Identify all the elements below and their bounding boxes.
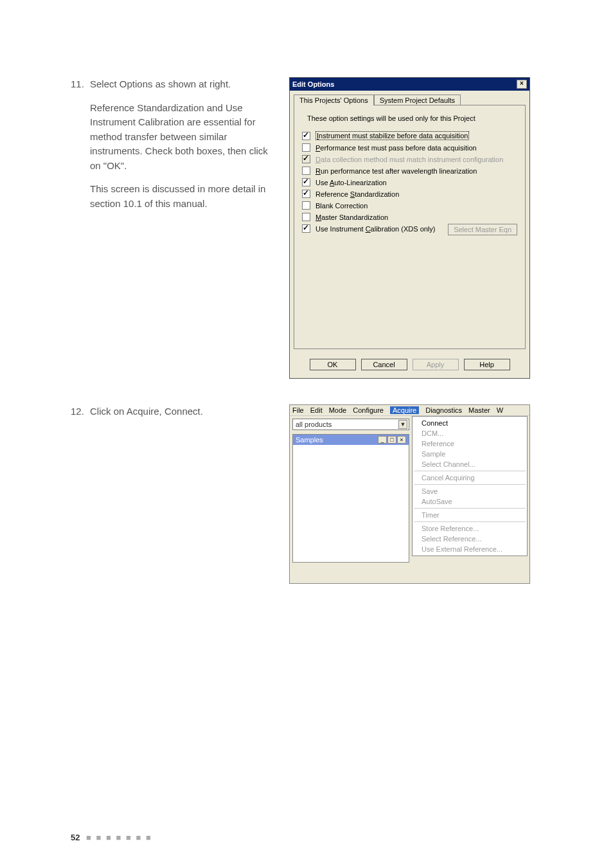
option-auto-linearization[interactable]: Use Auto-Linearization <box>302 178 517 186</box>
checkbox-icon[interactable] <box>302 132 310 140</box>
option-reference-standardization[interactable]: Reference Standardization <box>302 190 517 198</box>
step-text: Reference Standardization and Use Instru… <box>90 101 276 174</box>
close-icon[interactable]: × <box>397 436 406 444</box>
checkbox-icon <box>302 155 310 163</box>
page-footer: 52 ■ ■ ■ ■ ■ ■ ■ <box>71 833 152 842</box>
checkbox-icon[interactable] <box>302 167 310 175</box>
tab-strip: This Projects' Options System Project De… <box>290 91 529 105</box>
checkbox-icon[interactable] <box>302 224 310 233</box>
menu-item-select-reference: Select Reference... <box>413 534 527 544</box>
menu-diagnostics[interactable]: Diagnostics <box>425 406 462 414</box>
help-button[interactable]: Help <box>464 359 510 370</box>
menu-acquire[interactable]: Acquire <box>390 406 419 414</box>
application-window: File Edit Mode Configure Acquire Diagnos… <box>289 404 530 584</box>
footer-dots: ■ ■ ■ ■ ■ ■ ■ <box>86 833 152 842</box>
dialog-title-bar: Edit Options × <box>290 78 529 91</box>
dialog-buttons: OK Cancel Apply Help <box>290 354 529 378</box>
close-button[interactable]: × <box>517 80 527 89</box>
menu-separator <box>414 508 526 509</box>
step-number: 11. <box>71 77 90 92</box>
edit-options-dialog: Edit Options × This Projects' Options Sy… <box>289 77 530 379</box>
panel-intro: These option settings will be used only … <box>307 114 517 122</box>
menu-mode[interactable]: Mode <box>329 406 347 414</box>
dialog-title: Edit Options <box>292 80 334 88</box>
menu-item-autosave: AutoSave <box>413 496 527 507</box>
menu-separator <box>414 521 526 522</box>
step-text: Select Options as shown at right. <box>90 78 231 89</box>
option-blank-correction[interactable]: Blank Correction <box>302 201 517 210</box>
menu-item-dcm: DCM... <box>413 428 527 439</box>
option-instrument-stabilize[interactable]: Instrument must stabilize before data ac… <box>302 131 517 140</box>
menubar: File Edit Mode Configure Acquire Diagnos… <box>290 405 529 416</box>
option-performance-test-pass[interactable]: Performance test must pass before data a… <box>302 143 517 152</box>
acquire-dropdown-menu: Connect DCM... Reference Sample Select C… <box>412 416 528 556</box>
tab-this-projects-options[interactable]: This Projects' Options <box>294 95 374 105</box>
checkbox-icon[interactable] <box>302 201 310 210</box>
option-data-collection-match: Data collection method must match instru… <box>302 155 517 163</box>
chevron-down-icon[interactable]: ▼ <box>398 420 407 429</box>
menu-configure[interactable]: Configure <box>353 406 384 414</box>
menu-separator <box>414 471 526 471</box>
step-number: 12. <box>71 404 90 419</box>
menu-separator <box>414 484 526 485</box>
step-text: Click on Acquire, Connect. <box>90 406 203 417</box>
maximize-icon[interactable]: □ <box>387 436 396 444</box>
option-run-performance-test[interactable]: Run performance test after wavelength li… <box>302 167 517 175</box>
tab-system-project-defaults[interactable]: System Project Defaults <box>374 95 461 105</box>
product-selector[interactable]: all products ▼ <box>292 419 409 430</box>
ok-button[interactable]: OK <box>310 359 356 370</box>
tab-panel: These option settings will be used only … <box>294 105 526 349</box>
checkbox-icon[interactable] <box>302 190 310 198</box>
menu-item-connect[interactable]: Connect <box>413 418 527 428</box>
menu-item-use-external-reference: Use External Reference... <box>413 544 527 554</box>
step-text: This screen is discussed in more detail … <box>90 182 276 211</box>
checkbox-icon[interactable] <box>302 213 310 221</box>
menu-item-store-reference: Store Reference... <box>413 523 527 534</box>
menu-item-reference: Reference <box>413 439 527 449</box>
samples-window: Samples _ □ × <box>292 434 409 563</box>
child-window-title: Samples <box>296 436 323 444</box>
option-master-standardization[interactable]: Master Standardization <box>302 213 517 221</box>
page-number: 52 <box>71 833 80 842</box>
menu-item-save: Save <box>413 486 527 496</box>
menu-truncated[interactable]: W <box>497 406 503 414</box>
combo-value: all products <box>296 420 332 428</box>
select-master-eqn-button: Select Master Eqn <box>448 224 517 235</box>
checkbox-icon[interactable] <box>302 178 310 186</box>
menu-master[interactable]: Master <box>468 406 490 414</box>
cancel-button[interactable]: Cancel <box>361 359 407 370</box>
menu-file[interactable]: File <box>292 406 304 414</box>
apply-button: Apply <box>413 359 459 370</box>
menu-item-select-channel: Select Channel... <box>413 459 527 469</box>
step-11-text: 11.Select Options as shown at right. Ref… <box>71 77 289 211</box>
menu-item-cancel-acquiring: Cancel Acquiring <box>413 473 527 483</box>
checkbox-icon[interactable] <box>302 143 310 152</box>
menu-edit[interactable]: Edit <box>310 406 323 414</box>
menu-item-sample: Sample <box>413 449 527 459</box>
menu-item-timer: Timer <box>413 510 527 520</box>
step-12-text: 12.Click on Acquire, Connect. <box>71 404 289 419</box>
minimize-icon[interactable]: _ <box>378 436 387 444</box>
